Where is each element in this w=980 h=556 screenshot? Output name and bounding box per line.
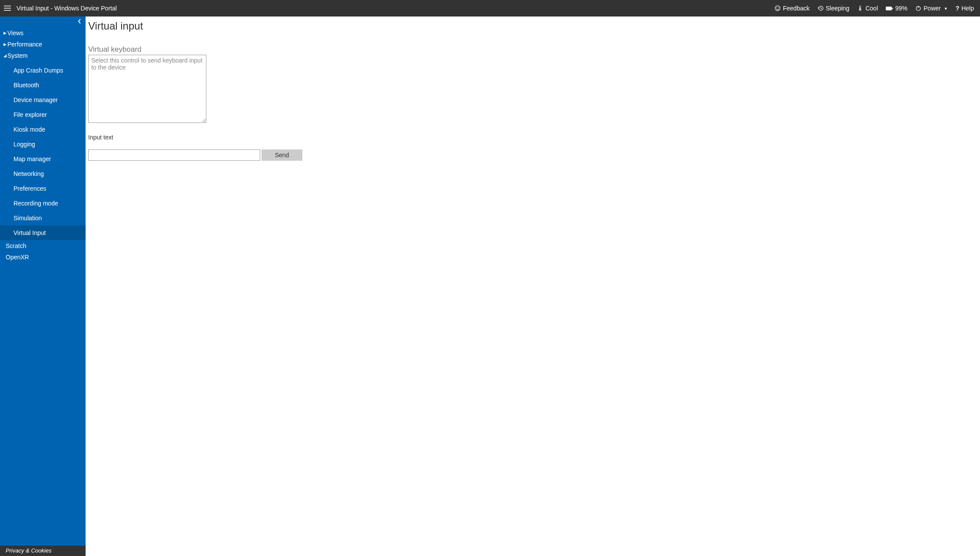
feedback-button[interactable]: Feedback: [775, 5, 809, 12]
nav-item-map-manager[interactable]: Map manager: [0, 152, 86, 166]
help-button[interactable]: ? Help: [956, 5, 974, 12]
main-content: Virtual input Virtual keyboard Input tex…: [86, 17, 980, 556]
temperature-status[interactable]: Cool: [857, 5, 878, 12]
input-text-label: Input text: [88, 134, 980, 141]
nav-item-logging[interactable]: Logging: [0, 137, 86, 152]
sidebar: ▶ Views ▶ Performance ◢ System App Crash…: [0, 17, 86, 556]
power-label: Power: [924, 5, 941, 12]
privacy-cookies-link[interactable]: Privacy & Cookies: [0, 546, 86, 556]
nav-group-views[interactable]: ▶ Views: [0, 27, 86, 39]
svg-rect-12: [892, 7, 893, 9]
nav-item-kiosk-mode[interactable]: Kiosk mode: [0, 122, 86, 137]
nav-item-file-explorer[interactable]: File explorer: [0, 107, 86, 122]
nav-group-system[interactable]: ◢ System: [0, 50, 86, 61]
battery-label: 99%: [895, 5, 907, 12]
power-icon: [915, 5, 921, 11]
section-title-virtual-keyboard: Virtual keyboard: [88, 45, 980, 54]
nav-item-bluetooth[interactable]: Bluetooth: [0, 78, 86, 93]
nav-item-recording-mode[interactable]: Recording mode: [0, 196, 86, 211]
status-group: Feedback Sleeping Cool: [775, 5, 974, 12]
send-button[interactable]: Send: [262, 149, 302, 161]
nav-item-scratch[interactable]: Scratch: [0, 240, 86, 252]
nav-item-app-crash-dumps[interactable]: App Crash Dumps: [0, 63, 86, 78]
nav-item-openxr[interactable]: OpenXR: [0, 252, 86, 263]
smile-icon: [775, 5, 781, 11]
nav: ▶ Views ▶ Performance ◢ System App Crash…: [0, 26, 86, 263]
battery-status[interactable]: 99%: [886, 5, 907, 12]
battery-icon: [886, 6, 893, 11]
nav-group-performance[interactable]: ▶ Performance: [0, 39, 86, 50]
page-title: Virtual input: [88, 20, 980, 32]
input-text-field[interactable]: [88, 149, 260, 161]
sleep-label: Sleeping: [826, 5, 850, 12]
nav-subitems-system: App Crash Dumps Bluetooth Device manager…: [0, 61, 86, 240]
sidebar-collapse-button[interactable]: [0, 17, 86, 26]
nav-item-networking[interactable]: Networking: [0, 166, 86, 181]
svg-point-3: [775, 6, 780, 10]
svg-rect-2: [4, 10, 11, 11]
caret-down-icon: ◢: [3, 53, 7, 58]
nav-item-device-manager[interactable]: Device manager: [0, 93, 86, 107]
question-icon: ?: [956, 5, 960, 12]
nav-group-label: Performance: [7, 41, 42, 48]
help-label: Help: [961, 5, 974, 12]
history-icon: [818, 5, 824, 11]
caret-right-icon: ▶: [3, 42, 7, 46]
temperature-label: Cool: [865, 5, 878, 12]
svg-point-4: [776, 7, 777, 8]
input-row: Send: [88, 149, 980, 161]
window-title: Virtual Input - Windows Device Portal: [17, 5, 117, 12]
power-menu[interactable]: Power ▼: [915, 5, 948, 12]
svg-rect-10: [860, 7, 861, 9]
svg-point-5: [778, 7, 779, 8]
feedback-label: Feedback: [783, 5, 809, 12]
virtual-keyboard-textarea[interactable]: [88, 55, 206, 123]
svg-rect-14: [918, 6, 918, 8]
nav-item-preferences[interactable]: Preferences: [0, 181, 86, 196]
svg-rect-11: [886, 7, 891, 10]
hamburger-icon: [4, 6, 11, 11]
thermometer-icon: [857, 5, 863, 11]
nav-group-label: Views: [7, 30, 23, 36]
svg-rect-1: [4, 8, 11, 9]
nav-group-label: System: [7, 52, 28, 59]
nav-item-virtual-input[interactable]: Virtual Input: [0, 225, 86, 240]
svg-rect-0: [4, 6, 11, 7]
hamburger-menu-button[interactable]: [0, 0, 15, 17]
chevron-left-icon: [78, 19, 81, 24]
topbar: Virtual Input - Windows Device Portal Fe…: [0, 0, 980, 17]
nav-item-simulation[interactable]: Simulation: [0, 211, 86, 225]
caret-right-icon: ▶: [3, 31, 7, 35]
sleep-status[interactable]: Sleeping: [818, 5, 850, 12]
caret-down-icon: ▼: [944, 7, 948, 11]
